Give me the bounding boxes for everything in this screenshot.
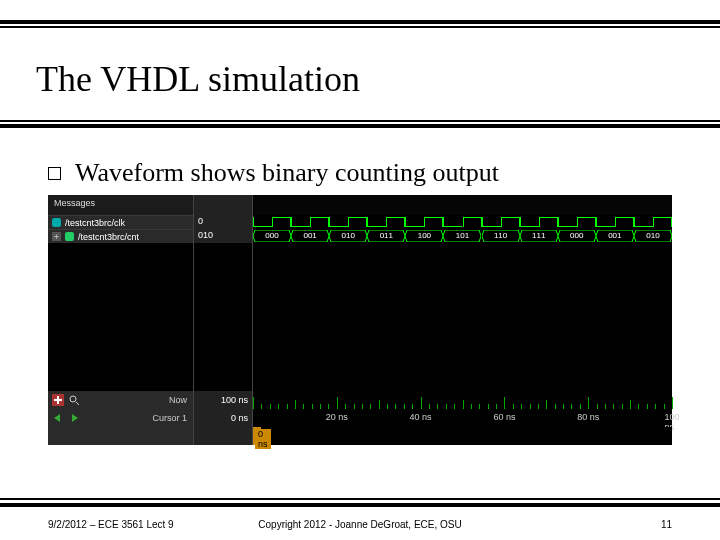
bullet-square-icon (48, 167, 61, 180)
prev-edge-icon[interactable] (52, 412, 64, 424)
waveform-time-header (253, 195, 672, 215)
add-signal-icon[interactable] (52, 394, 64, 406)
rule-top-thin (0, 26, 720, 28)
signal-bus-icon (65, 232, 74, 241)
value-panel-header (194, 195, 252, 215)
ruler-row-labels: Cursor 1 0 ns 20 ns40 ns60 ns80 ns100 ns (48, 409, 672, 427)
bullet-text: Waveform shows binary counting output (75, 158, 499, 188)
cursor-marker-label: 0 ns (255, 429, 271, 449)
signal-name-clk: /testcnt3brc/clk (65, 218, 125, 228)
rule-mid-thick (0, 124, 720, 128)
signal-row-cnt[interactable]: + /testcnt3brc/cnt (48, 229, 193, 243)
waveform-row-cnt: 000001010011100101110111000001010 (253, 229, 672, 243)
bus-value-segment: 001 (291, 230, 329, 242)
bus-value-segment: 010 (634, 230, 672, 242)
bus-value-segment: 010 (329, 230, 367, 242)
rule-top-thick (0, 20, 720, 24)
footer-page-number: 11 (661, 519, 672, 530)
value-cnt: 010 (194, 229, 252, 243)
next-edge-icon[interactable] (68, 412, 80, 424)
cursor-label: Cursor 1 (152, 413, 193, 423)
ruler-row-ticks: Now 100 ns (48, 391, 672, 409)
footer-copyright: Copyright 2012 - Joanne DeGroat, ECE, OS… (258, 519, 461, 530)
rule-bot-thin (0, 498, 720, 500)
bus-value-segment: 100 (405, 230, 443, 242)
bus-value-segment: 101 (443, 230, 481, 242)
now-label: Now (169, 395, 193, 405)
bus-value-segment: 011 (367, 230, 405, 242)
cursor-marker[interactable]: 0 ns (253, 427, 261, 445)
signal-panel-fill (48, 243, 193, 391)
value-clk: 0 (194, 215, 252, 229)
bus-value-segment: 000 (558, 230, 596, 242)
signal-name-cnt: /testcnt3brc/cnt (78, 232, 139, 242)
bus-value-segment: 000 (253, 230, 291, 242)
slide-title: The VHDL simulation (36, 58, 360, 100)
footer-date: 9/2/2012 – ECE 3561 Lect 9 (48, 519, 174, 530)
expand-icon[interactable]: + (52, 232, 61, 241)
waveform-row-clk (253, 215, 672, 229)
signal-panel-header: Messages (48, 195, 193, 215)
find-signal-icon[interactable] (68, 394, 80, 406)
signal-row-clk[interactable]: /testcnt3brc/clk (48, 215, 193, 229)
svg-point-1 (70, 396, 76, 402)
cursor-value: 0 ns (193, 409, 253, 427)
ruler-label: 40 ns (410, 412, 432, 422)
rule-bot-thick (0, 503, 720, 507)
bus-value-segment: 111 (520, 230, 558, 242)
bus-value-segment: 001 (596, 230, 634, 242)
now-value: 100 ns (193, 391, 253, 409)
rule-mid-thin (0, 120, 720, 122)
cursor-track-row: 0 ns (48, 427, 672, 445)
waveform-footer: Now 100 ns Cursor 1 0 ns 20 ns40 ns60 ns… (48, 391, 672, 445)
ruler-label: 60 ns (493, 412, 515, 422)
value-panel-fill (194, 243, 252, 391)
bus-value-segment: 110 (482, 230, 520, 242)
signal-wave-icon (52, 218, 61, 227)
ruler-label: 80 ns (577, 412, 599, 422)
bullet-item: Waveform shows binary counting output (48, 158, 499, 188)
waveform-viewer: Messages /testcnt3brc/clk + /testcnt3brc… (48, 195, 672, 445)
ruler-label: 20 ns (326, 412, 348, 422)
